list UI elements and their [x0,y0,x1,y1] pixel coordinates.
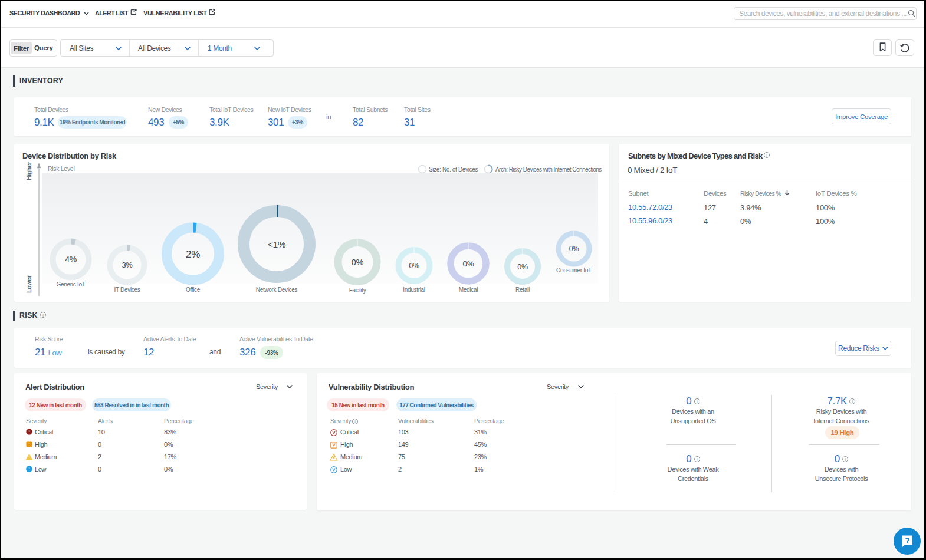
svg-text:Higher: Higher [25,162,32,180]
svg-text:3%: 3% [122,261,133,269]
svg-text:Facility: Facility [349,287,366,294]
svg-text:Medical: Medical [459,286,478,293]
svg-text:Retail: Retail [515,286,530,293]
svg-text:0%: 0% [463,259,474,268]
svg-text:Risk Level: Risk Level [48,165,74,172]
svg-text:0%: 0% [352,258,364,267]
svg-text:0%: 0% [569,245,579,253]
svg-text:Size: No. of Devices: Size: No. of Devices [429,166,478,173]
svg-text:4%: 4% [65,255,77,264]
svg-text:Lower: Lower [25,275,32,293]
svg-text:<1%: <1% [268,239,286,249]
svg-text:Consumer IoT: Consumer IoT [556,267,592,274]
svg-text:?: ? [905,536,909,545]
svg-text:Industrial: Industrial [403,286,425,293]
svg-text:Network Devices: Network Devices [256,286,298,293]
svg-text:Arch: Risky Devices with Inter: Arch: Risky Devices with Internet Connec… [495,166,602,173]
svg-text:Generic IoT: Generic IoT [57,281,86,288]
svg-text:IT Devices: IT Devices [114,286,140,293]
svg-text:0%: 0% [517,263,528,271]
svg-text:0%: 0% [409,262,419,270]
svg-text:Office: Office [186,286,201,293]
svg-text:2%: 2% [186,249,200,260]
